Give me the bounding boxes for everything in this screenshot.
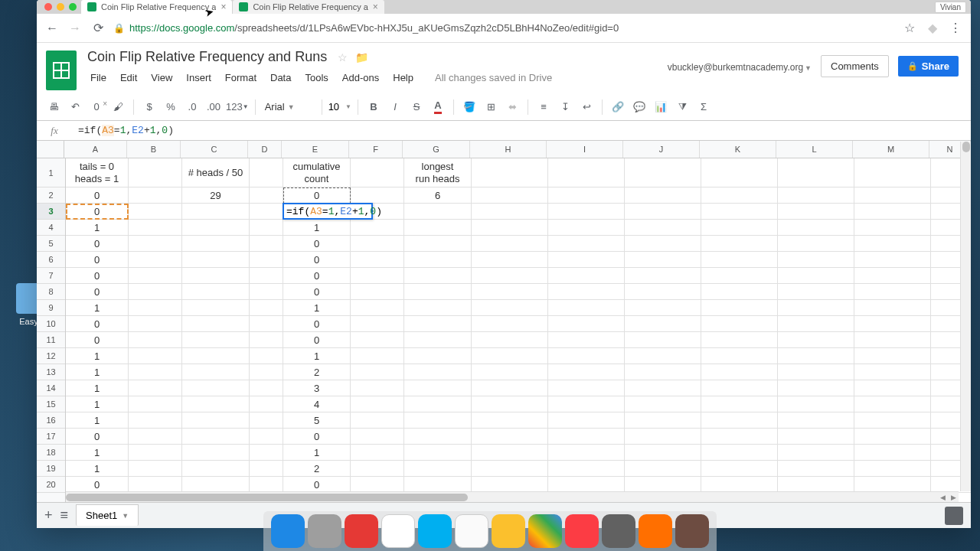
italic-button[interactable]: I <box>386 98 404 116</box>
cell-L14[interactable] <box>778 380 854 396</box>
spreadsheet-grid[interactable]: 1234567891011121314151617181920 tails = … <box>37 158 971 512</box>
vertical-scrollbar[interactable] <box>960 142 971 491</box>
cell-H13[interactable] <box>472 364 548 380</box>
menu-format[interactable]: Format <box>219 70 263 86</box>
cell-J5[interactable] <box>625 236 701 252</box>
redo-icon[interactable]: 0 <box>87 98 106 116</box>
chevron-down-icon[interactable]: ▼ <box>122 512 129 520</box>
menu-edit[interactable]: Edit <box>114 70 143 86</box>
explore-button[interactable] <box>945 507 963 525</box>
cell-D20[interactable] <box>250 477 283 493</box>
cell-D18[interactable] <box>250 445 283 461</box>
currency-format-button[interactable]: $ <box>140 98 158 116</box>
cell-K20[interactable] <box>701 477 778 493</box>
cell-H19[interactable] <box>472 461 548 477</box>
cell-I12[interactable] <box>548 348 625 364</box>
cell-M12[interactable] <box>854 348 931 364</box>
cell-B2[interactable] <box>129 187 182 204</box>
star-bookmark-icon[interactable]: ☆ <box>902 21 917 35</box>
cell-H11[interactable] <box>472 332 548 348</box>
cell-G13[interactable] <box>404 364 472 380</box>
column-header-C[interactable]: C <box>181 141 248 158</box>
cell-L8[interactable] <box>778 284 854 300</box>
cell-I8[interactable] <box>548 284 625 300</box>
extension-icon[interactable]: ◆ <box>925 21 940 35</box>
cell-E13[interactable]: 2 <box>283 364 351 380</box>
minimize-window-button[interactable] <box>57 3 64 11</box>
cell-I18[interactable] <box>548 445 625 461</box>
cell-M20[interactable] <box>854 477 931 493</box>
cell-I3[interactable] <box>548 204 625 220</box>
row-header-6[interactable]: 6 <box>37 252 65 268</box>
cell-C20[interactable] <box>182 477 250 493</box>
cell-C6[interactable] <box>182 252 250 268</box>
cell-A5[interactable]: 0 <box>66 236 129 252</box>
cell-G14[interactable] <box>404 380 472 396</box>
dock-app-generic2[interactable] <box>639 514 672 548</box>
row-header-5[interactable]: 5 <box>37 236 65 252</box>
cell-F13[interactable] <box>351 364 404 380</box>
cell-E14[interactable]: 3 <box>283 380 351 396</box>
cell-J7[interactable] <box>625 268 701 284</box>
scroll-left-icon[interactable]: ◀ <box>937 492 948 503</box>
cell-E7[interactable]: 0 <box>283 268 351 284</box>
cell-L7[interactable] <box>778 268 854 284</box>
cell-F16[interactable] <box>351 412 404 429</box>
cell-L13[interactable] <box>778 364 854 380</box>
share-button[interactable]: 🔒Share <box>898 56 959 77</box>
cell-K2[interactable] <box>701 187 778 204</box>
cell-K17[interactable] <box>701 429 778 445</box>
cell-K5[interactable] <box>701 236 778 252</box>
cell-I6[interactable] <box>548 252 625 268</box>
row-header-2[interactable]: 2 <box>37 187 65 204</box>
cell-F4[interactable] <box>351 220 404 236</box>
cell-J4[interactable] <box>625 220 701 236</box>
macos-dock[interactable] <box>263 511 717 551</box>
cell-M4[interactable] <box>854 220 931 236</box>
cell-H7[interactable] <box>472 268 548 284</box>
cell-I2[interactable] <box>548 187 625 204</box>
comments-button[interactable]: Comments <box>821 55 889 77</box>
font-family-select[interactable]: Arial▼ <box>262 99 315 114</box>
cell-M10[interactable] <box>854 316 931 332</box>
add-sheet-button[interactable]: + <box>44 507 53 523</box>
cell-H15[interactable] <box>472 396 548 412</box>
cell-L15[interactable] <box>778 396 854 412</box>
cell-G3[interactable] <box>404 204 472 220</box>
cell-G7[interactable] <box>404 268 472 284</box>
cell-L18[interactable] <box>778 445 854 461</box>
dock-app-finder[interactable] <box>271 514 305 548</box>
cell-G8[interactable] <box>404 284 472 300</box>
cell-G16[interactable] <box>404 412 472 429</box>
cell-F6[interactable] <box>351 252 404 268</box>
cell-A2[interactable]: 0 <box>66 187 129 204</box>
cell-C10[interactable] <box>182 316 250 332</box>
cell-H20[interactable] <box>472 477 548 493</box>
column-header-D[interactable]: D <box>248 141 282 158</box>
cell-D13[interactable] <box>250 364 283 380</box>
cell-J18[interactable] <box>625 445 701 461</box>
cell-L9[interactable] <box>778 300 854 316</box>
v-align-button[interactable]: ↧ <box>556 98 574 116</box>
cell-A3[interactable]: 0 <box>66 204 129 220</box>
cell-A12[interactable]: 1 <box>66 348 129 364</box>
forward-button[interactable]: → <box>67 21 83 35</box>
cell-L20[interactable] <box>778 477 854 493</box>
cell-B4[interactable] <box>129 220 182 236</box>
cell-A13[interactable]: 1 <box>66 364 129 380</box>
cell-G4[interactable] <box>404 220 472 236</box>
cell-G1[interactable]: longestrun heads <box>404 158 472 187</box>
column-header-M[interactable]: M <box>853 141 929 158</box>
cell-B10[interactable] <box>129 316 182 332</box>
cell-C11[interactable] <box>182 332 250 348</box>
cell-C3[interactable] <box>182 204 250 220</box>
cell-C1[interactable]: # heads / 50 <box>182 158 250 187</box>
cell-E1[interactable]: cumulativecount <box>283 158 351 187</box>
chevron-down-icon[interactable]: ▼ <box>805 64 812 72</box>
cell-D15[interactable] <box>250 396 283 412</box>
cell-A11[interactable]: 0 <box>66 332 129 348</box>
cell-M6[interactable] <box>854 252 931 268</box>
menu-tools[interactable]: Tools <box>299 70 334 86</box>
cell-H8[interactable] <box>472 284 548 300</box>
cell-K8[interactable] <box>701 284 778 300</box>
